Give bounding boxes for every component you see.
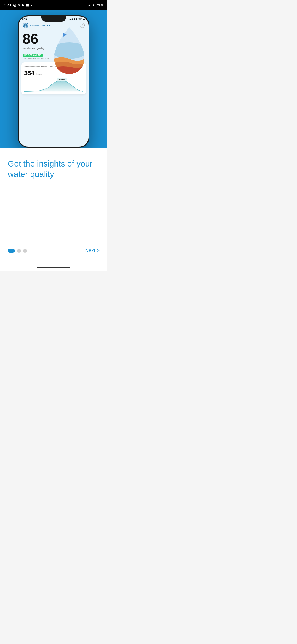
hero-section: 9:41 ▲▲▲▲ wifi ▬ bbox=[0, 10, 107, 148]
water-quality-score: 86 bbox=[23, 32, 85, 46]
content-section: Get the insights of your water quality bbox=[0, 148, 107, 242]
notification-dot: ● bbox=[31, 4, 32, 6]
status-bar: 5:41 ◎ M M ▦ ● ▲ ▲ 29% bbox=[0, 0, 107, 10]
device-status-badge: DEVICE ONLINE bbox=[23, 54, 43, 57]
dot-1-active bbox=[8, 249, 15, 253]
headline: Get the insights of your water quality bbox=[8, 159, 100, 179]
logo-text: LUSTRAL WATER bbox=[30, 24, 50, 27]
dot-2 bbox=[17, 249, 21, 253]
bottom-nav: Next > bbox=[0, 242, 107, 264]
signal-icon: ▲ bbox=[92, 3, 95, 7]
home-bar bbox=[37, 267, 70, 268]
chart-svg bbox=[24, 78, 83, 92]
wifi-icon: ▲ bbox=[87, 3, 91, 7]
home-indicator bbox=[0, 264, 107, 271]
pagination-dots bbox=[8, 249, 27, 253]
quality-section: 86 Good Water Quality DEVICE ONLINE Last… bbox=[19, 30, 89, 60]
status-right: ▲ ▲ 29% bbox=[87, 3, 103, 7]
phone-wifi-icon: wifi bbox=[79, 18, 82, 20]
dot-3 bbox=[23, 249, 27, 253]
phone-screen: 9:41 ▲▲▲▲ wifi ▬ bbox=[19, 16, 89, 147]
phone-battery-icon: ▬ bbox=[83, 18, 85, 20]
status-left: 5:41 ◎ M M ▦ ● bbox=[4, 3, 32, 7]
whatsapp-icon: ◎ bbox=[13, 3, 16, 7]
time-display: 5:41 bbox=[4, 3, 12, 7]
mini-chart: 63 litres bbox=[24, 78, 83, 92]
phone-mockup: 9:41 ▲▲▲▲ wifi ▬ bbox=[18, 15, 89, 148]
logo-globe-icon bbox=[23, 22, 29, 28]
phone-notch bbox=[41, 16, 66, 22]
calendar-icon: ▦ bbox=[26, 3, 29, 7]
water-quality-label: Good Water Quality bbox=[23, 47, 85, 50]
gmail-icon-1: M bbox=[18, 3, 20, 7]
consumption-unit: litres bbox=[36, 73, 42, 76]
app-logo: LUSTRAL WATER bbox=[23, 22, 50, 28]
next-button[interactable]: Next > bbox=[85, 248, 100, 253]
chart-tooltip: 63 litres bbox=[57, 78, 67, 81]
battery-display: 29% bbox=[96, 3, 103, 7]
consumption-amount: 354 bbox=[24, 70, 34, 77]
phone-time: 9:41 bbox=[22, 17, 27, 20]
phone-status-icons: ▲▲▲▲ wifi ▬ bbox=[69, 18, 85, 20]
gmail-icon-2: M bbox=[22, 3, 24, 7]
phone-signal-icon: ▲▲▲▲ bbox=[69, 18, 78, 20]
